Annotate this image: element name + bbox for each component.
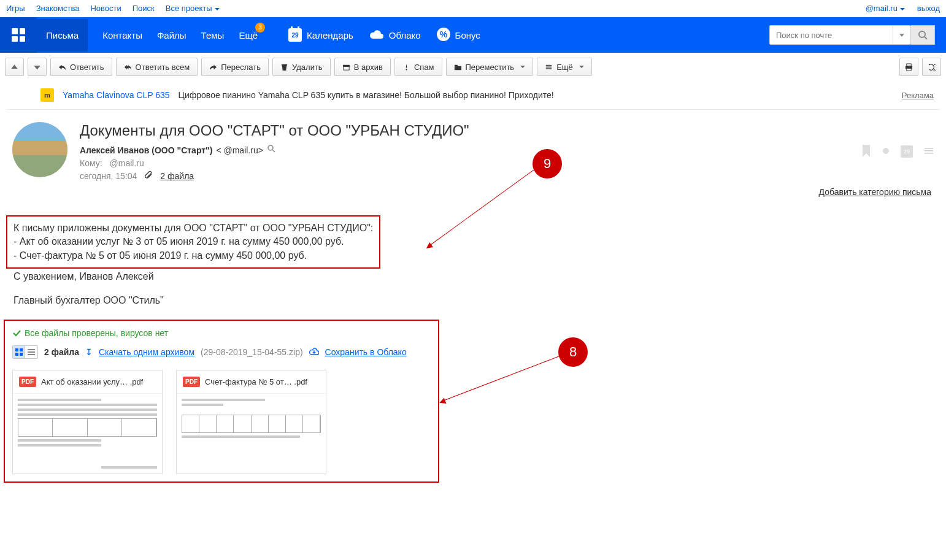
nav-calendar[interactable]: 29 Календарь <box>288 28 353 42</box>
add-category-link[interactable]: Добавить категорию письма <box>819 187 931 197</box>
account-email[interactable]: @mail.ru <box>866 4 905 13</box>
svg-line-13 <box>272 150 275 152</box>
svg-rect-23 <box>28 351 35 353</box>
nav-extras: 29 Календарь Облако % Бонус <box>288 17 480 53</box>
svg-rect-19 <box>20 348 23 351</box>
save-cloud-link[interactable]: Сохранить в Облако <box>325 347 407 357</box>
email-header: Документы для ООО "СТАРТ" от ООО "УРБАН … <box>0 110 946 187</box>
percent-icon: % <box>437 28 450 43</box>
svg-rect-6 <box>546 64 552 65</box>
body-line-2: - Акт об оказании услуг № 3 от 05 июня 2… <box>13 235 373 248</box>
tab-contacts[interactable]: Контакты <box>102 30 142 40</box>
svg-rect-18 <box>15 348 18 351</box>
file-preview-1 <box>177 394 326 474</box>
calendar-mini-icon[interactable]: 29 <box>901 145 913 158</box>
top-nav-dating[interactable]: Знакомства <box>36 4 80 13</box>
logout-link[interactable]: выход <box>917 4 940 13</box>
files-row: PDF Акт об оказании услу… .pdf PDF Счет-… <box>12 370 431 474</box>
view-grid-button[interactable] <box>13 346 25 358</box>
bookmark-icon[interactable] <box>861 145 871 159</box>
more-button[interactable]: Ещё <box>537 58 592 76</box>
body-line-5: Главный бухгалтер ООО "Стиль" <box>6 293 940 307</box>
new-window-button[interactable] <box>922 58 941 76</box>
file-card-0[interactable]: PDF Акт об оказании услу… .pdf <box>12 370 163 474</box>
from-name: Алексей Иванов (ООО "Старт") <box>80 145 212 155</box>
attach-count: 2 файла <box>44 347 79 357</box>
nav-bonus[interactable]: % Бонус <box>437 28 480 43</box>
download-archive-link[interactable]: Скачать одним архивом <box>99 347 194 357</box>
attachments-section: Все файлы проверены, вирусов нет 2 файла… <box>4 320 439 483</box>
callout-9: 9 <box>533 149 562 178</box>
svg-rect-20 <box>15 353 18 356</box>
virus-text: Все файлы проверены, вирусов нет <box>25 328 168 338</box>
body-line-1: К письму приложены документы для ООО "СТ… <box>13 221 373 235</box>
top-nav-games[interactable]: Игры <box>6 4 25 13</box>
attach-toolbar: 2 файла ↧ Скачать одним архивом (29-08-2… <box>12 345 431 359</box>
svg-rect-7 <box>546 66 552 67</box>
more-badge: 3 <box>255 23 265 33</box>
pdf-icon: PDF <box>19 377 36 387</box>
top-nav-left: Игры Знакомства Новости Поиск Все проект… <box>6 4 220 13</box>
svg-rect-11 <box>907 68 911 71</box>
svg-rect-5 <box>343 66 348 70</box>
prev-button[interactable] <box>5 58 24 76</box>
search-sender-icon[interactable] <box>267 144 277 156</box>
unread-dot-icon[interactable] <box>882 147 890 156</box>
delete-button[interactable]: Удалить <box>272 58 331 76</box>
next-button[interactable] <box>28 58 47 76</box>
apps-tile[interactable] <box>0 17 37 53</box>
spam-button[interactable]: Спам <box>394 58 442 76</box>
svg-rect-22 <box>28 349 35 350</box>
callout-8-line <box>443 352 569 401</box>
email-from: Алексей Иванов (ООО "Старт") < @mail.ru> <box>80 144 861 156</box>
search-input[interactable] <box>770 31 893 40</box>
clip-icon <box>144 171 153 181</box>
svg-rect-16 <box>925 150 933 152</box>
top-nav-news[interactable]: Новости <box>90 4 121 13</box>
main-nav-left: Письма Контакты Файлы Темы Ещё3 29 Кален… <box>0 17 480 53</box>
archive-filename: (29-08-2019_15-04-55.zip) <box>201 347 303 357</box>
attachments-link[interactable]: 2 файла <box>160 171 194 181</box>
view-list-button[interactable] <box>25 346 37 358</box>
search-button[interactable] <box>910 25 935 45</box>
check-icon <box>12 329 21 337</box>
tab-files[interactable]: Файлы <box>157 30 187 40</box>
move-button[interactable]: Переместить <box>446 58 534 76</box>
view-toggle <box>12 345 38 359</box>
top-nav-all-projects[interactable]: Все проекты <box>166 4 220 13</box>
forward-button[interactable]: Переслать <box>201 58 269 76</box>
date-row: сегодня, 15:04 2 файла <box>80 171 861 181</box>
calendar-label: Календарь <box>307 30 353 40</box>
toolbar-right <box>899 58 941 76</box>
print-button[interactable] <box>899 58 918 76</box>
svg-point-12 <box>268 145 273 150</box>
search-box <box>769 25 910 45</box>
body-line-4: С уважением, Иванов Алексей <box>6 269 940 283</box>
svg-rect-21 <box>20 353 23 356</box>
search-scope-dropdown[interactable] <box>893 26 910 44</box>
reply-all-button[interactable]: Ответить всем <box>116 58 198 76</box>
ad-label[interactable]: Реклама <box>902 91 934 100</box>
from-email: < @mail.ru> <box>216 145 263 155</box>
svg-text:%: % <box>439 29 447 39</box>
calendar-icon: 29 <box>288 28 302 42</box>
file-card-1[interactable]: PDF Счет-фактура № 5 от… .pdf <box>176 370 326 474</box>
cloud-save-icon <box>309 347 319 357</box>
email-date: сегодня, 15:04 <box>80 171 137 181</box>
nav-cloud[interactable]: Облако <box>369 29 421 42</box>
svg-rect-15 <box>925 148 933 149</box>
callout-8: 8 <box>558 337 588 367</box>
menu-icon[interactable] <box>924 146 934 158</box>
top-nav: Игры Знакомства Новости Поиск Все проект… <box>0 0 946 17</box>
tab-more[interactable]: Ещё3 <box>239 30 258 40</box>
svg-rect-17 <box>925 153 933 154</box>
svg-line-3 <box>925 37 927 39</box>
reply-button[interactable]: Ответить <box>50 58 112 76</box>
top-nav-search[interactable]: Поиск <box>133 4 155 13</box>
to-label: Кому: <box>80 158 102 168</box>
archive-button[interactable]: В архив <box>334 58 391 76</box>
ad-link[interactable]: Yamaha Clavinova CLP 635 <box>63 90 170 100</box>
sender-avatar[interactable] <box>12 122 67 177</box>
tab-letters[interactable]: Письма <box>37 19 88 52</box>
tab-themes[interactable]: Темы <box>201 30 225 40</box>
